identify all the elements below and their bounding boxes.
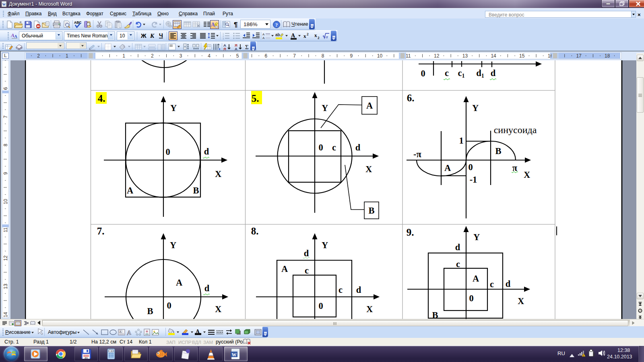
svg-text:13: 13	[3, 284, 8, 289]
svg-text:3: 3	[180, 53, 182, 59]
svg-text:A: A	[262, 33, 265, 36]
svg-text:13: 13	[462, 53, 468, 59]
svg-text:X: X	[365, 164, 372, 174]
svg-text:0: 0	[167, 300, 171, 311]
svg-text:B: B	[368, 206, 374, 216]
svg-text:X: X	[518, 296, 524, 306]
svg-text:A: A	[291, 33, 295, 39]
svg-text:Σ: Σ	[245, 44, 249, 50]
svg-text:c: c	[332, 142, 336, 152]
svg-text:7.: 7.	[97, 226, 105, 237]
svg-text:0: 0	[318, 142, 323, 152]
svg-text:6: 6	[3, 87, 8, 90]
svg-text:0: 0	[165, 147, 170, 157]
svg-text:11: 11	[3, 227, 8, 232]
svg-text:d: d	[204, 283, 210, 293]
svg-text:9: 9	[3, 172, 8, 175]
svg-text:α: α	[326, 34, 328, 39]
svg-text:1: 1	[459, 136, 463, 146]
svg-text:!: !	[583, 354, 584, 357]
svg-text:?: ?	[275, 22, 278, 28]
svg-text:A: A	[127, 185, 134, 195]
svg-text:A: A	[176, 278, 183, 288]
svg-text:15: 15	[519, 53, 525, 59]
svg-text:11: 11	[406, 53, 411, 59]
svg-text:d: d	[455, 242, 460, 252]
svg-text:0: 0	[469, 293, 473, 303]
svg-text:d: d	[356, 285, 361, 295]
svg-text:Y: Y	[473, 232, 480, 242]
svg-text:d: d	[304, 248, 309, 258]
svg-text:Y: Y	[170, 103, 177, 113]
svg-text:4.: 4.	[98, 93, 105, 104]
svg-text:2: 2	[37, 53, 40, 59]
svg-text:2: 2	[318, 36, 320, 39]
svg-text:c: c	[456, 259, 460, 269]
svg-text:A: A	[14, 34, 17, 39]
svg-text:0: 0	[111, 350, 112, 352]
svg-text:x: x	[303, 33, 306, 39]
svg-text:2: 2	[151, 53, 154, 59]
svg-text:8.: 8.	[251, 226, 259, 237]
svg-text:X: X	[524, 170, 530, 180]
svg-text:14: 14	[3, 312, 8, 317]
svg-text:x: x	[314, 32, 317, 38]
svg-text:Ж: Ж	[140, 32, 147, 39]
svg-text:4: 4	[208, 53, 211, 59]
svg-text:d: d	[491, 68, 496, 78]
svg-text:d: d	[506, 279, 511, 289]
svg-text:12: 12	[3, 255, 8, 261]
svg-text:0: 0	[421, 68, 425, 78]
svg-text:А: А	[235, 47, 237, 51]
svg-text:Ч: Ч	[159, 32, 163, 39]
svg-text:Я: Я	[223, 47, 226, 51]
svg-text:5.: 5.	[252, 93, 259, 104]
svg-text:-64-: -64-	[84, 357, 89, 359]
svg-text:9.: 9.	[407, 227, 414, 238]
svg-text:7: 7	[3, 115, 8, 118]
svg-text:-1: -1	[470, 175, 477, 185]
svg-text:A: A	[444, 163, 451, 173]
svg-text:8: 8	[3, 144, 8, 146]
svg-text:10: 10	[377, 53, 383, 59]
svg-text:¶: ¶	[234, 21, 237, 29]
svg-text:A: A	[211, 22, 215, 28]
svg-text:14: 14	[491, 53, 496, 59]
svg-text:c: c	[305, 265, 309, 276]
svg-text:7: 7	[293, 53, 296, 59]
svg-text:0: 0	[318, 301, 323, 311]
svg-text:К: К	[150, 33, 155, 39]
svg-text:B: B	[495, 146, 501, 156]
svg-text:B: B	[147, 306, 153, 316]
svg-text:6: 6	[265, 53, 268, 59]
svg-text:A: A	[281, 264, 288, 274]
svg-text:A: A	[366, 101, 373, 111]
svg-text:9: 9	[350, 53, 353, 59]
svg-text:10: 10	[3, 199, 8, 204]
svg-text:d: d	[204, 146, 209, 156]
svg-text:d: d	[355, 142, 361, 152]
svg-text:12: 12	[434, 53, 440, 59]
svg-text:5: 5	[236, 53, 239, 59]
svg-text:Y: Y	[322, 103, 328, 113]
svg-text:B: B	[432, 310, 438, 319]
svg-text:A: A	[473, 274, 479, 284]
svg-text:0: 0	[468, 162, 473, 172]
svg-text:c: c	[445, 68, 449, 78]
svg-text:W: W	[2, 2, 6, 6]
svg-text:8: 8	[322, 53, 324, 59]
svg-text:6.: 6.	[407, 93, 415, 103]
svg-text:-π: -π	[413, 149, 421, 159]
svg-text:X: X	[215, 304, 221, 314]
svg-text:A: A	[120, 330, 122, 333]
svg-text:синусоида: синусоида	[494, 125, 537, 135]
svg-text:Y: Y	[322, 240, 328, 250]
svg-text:A: A	[126, 329, 132, 336]
svg-text:X: X	[366, 304, 373, 314]
svg-text:Y: Y	[472, 103, 479, 113]
svg-text:c: c	[339, 285, 343, 295]
svg-text:W: W	[232, 352, 237, 358]
svg-text:X: X	[215, 169, 221, 179]
svg-text:c: c	[490, 279, 494, 289]
svg-text:π: π	[512, 163, 518, 173]
